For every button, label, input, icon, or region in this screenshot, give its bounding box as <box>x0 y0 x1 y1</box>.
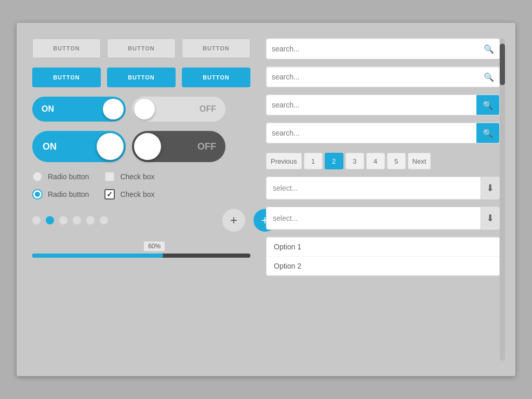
radio-label-1: Radio button <box>48 172 89 181</box>
page-next[interactable]: Next <box>408 153 431 169</box>
dot-5[interactable] <box>86 216 95 224</box>
checkbox-col: Check box Check box <box>104 171 154 200</box>
page-1[interactable]: 1 <box>304 153 323 169</box>
toggle-on-label: ON <box>42 104 54 114</box>
radio-item-1[interactable]: Radio button <box>32 171 89 182</box>
checkbox-item-2[interactable]: Check box <box>104 189 154 200</box>
toggle-small-on[interactable]: ON <box>32 97 126 122</box>
scrollbar-thumb[interactable] <box>500 44 505 85</box>
outline-button-1[interactable]: BUTTON <box>32 38 101 58</box>
radio-item-2[interactable]: Radio button <box>32 189 89 200</box>
search-icon-1: 🔍 <box>484 44 494 54</box>
outline-button-3[interactable]: BUTTON <box>182 38 250 58</box>
search-button-4[interactable]: 🔍 <box>476 123 499 143</box>
search-input-3[interactable] <box>267 101 476 109</box>
select-arrow-2: ⬇ <box>481 207 499 230</box>
search-input-2[interactable] <box>272 73 484 81</box>
search-button-3[interactable]: 🔍 <box>476 95 499 115</box>
select-box-2[interactable]: select... ⬇ <box>266 207 500 230</box>
dots-plus-row: + + <box>32 209 250 232</box>
toggle-knob-off <box>134 99 155 119</box>
dropdown-options: Option 1 Option 2 <box>266 237 500 276</box>
select-placeholder-2: select... <box>273 214 481 222</box>
dots-row <box>32 216 108 224</box>
slider-container: 60% <box>32 241 250 258</box>
toggle-knob <box>103 99 124 119</box>
search-input-4[interactable] <box>267 129 476 137</box>
scrollbar[interactable] <box>500 38 505 361</box>
radio-label-2: Radio button <box>48 190 89 198</box>
search-input-1[interactable] <box>272 45 484 53</box>
page-previous[interactable]: Previous <box>266 153 302 169</box>
toggle-large-knob-off <box>134 133 161 160</box>
options-row: Radio button Radio button Check box Chec… <box>32 171 250 200</box>
radio-circle-1[interactable] <box>32 171 43 182</box>
toggle-large-off-label: OFF <box>197 141 216 152</box>
select-box-1[interactable]: select... ⬇ <box>266 177 500 200</box>
search-box-4: 🔍 <box>266 123 500 143</box>
dot-1[interactable] <box>32 216 41 224</box>
blue-button-3[interactable]: BUTTON <box>182 68 250 87</box>
checkbox-label-1: Check box <box>120 172 154 181</box>
toggle-large-on-label: ON <box>43 141 57 152</box>
blue-button-1[interactable]: BUTTON <box>32 68 101 87</box>
page-4[interactable]: 4 <box>366 153 385 169</box>
page-5[interactable]: 5 <box>387 153 406 169</box>
outline-button-2[interactable]: BUTTON <box>107 38 176 58</box>
dot-2[interactable] <box>46 216 54 224</box>
small-toggles-row: ON OFF <box>32 97 250 122</box>
page-2[interactable]: 2 <box>325 153 343 169</box>
checkbox-2[interactable] <box>104 189 115 200</box>
dot-4[interactable] <box>73 216 81 224</box>
pagination: Previous 1 2 3 4 5 Next <box>266 153 500 169</box>
toggle-off-label: OFF <box>200 104 216 114</box>
slider-track[interactable] <box>32 254 250 258</box>
toggle-large-off[interactable]: OFF <box>132 131 225 162</box>
radio-col: Radio button Radio button <box>32 171 89 200</box>
blue-button-2[interactable]: BUTTON <box>107 68 176 87</box>
toggle-large-on[interactable]: ON <box>32 131 126 162</box>
search-box-3: 🔍 <box>266 95 500 115</box>
radio-circle-2[interactable] <box>32 189 43 200</box>
checkbox-item-1[interactable]: Check box <box>104 171 154 182</box>
search-icon-2: 🔍 <box>484 72 494 82</box>
page-3[interactable]: 3 <box>345 153 364 169</box>
dot-6[interactable] <box>100 216 108 224</box>
large-toggles-row: ON OFF <box>32 131 250 162</box>
dropdown-option-1[interactable]: Option 1 <box>267 237 499 257</box>
dropdown-option-2[interactable]: Option 2 <box>267 257 499 275</box>
toggle-large-knob <box>97 133 124 160</box>
toggle-small-off[interactable]: OFF <box>132 97 225 122</box>
select-placeholder-1: select... <box>273 184 481 192</box>
blue-buttons-row: BUTTON BUTTON BUTTON <box>32 68 250 87</box>
search-box-2[interactable]: 🔍 <box>266 66 500 87</box>
slider-tooltip: 60% <box>143 241 165 251</box>
outline-buttons-row: BUTTON BUTTON BUTTON <box>32 38 250 58</box>
slider-fill <box>32 254 163 258</box>
checkbox-1[interactable] <box>104 171 115 182</box>
checkbox-label-2: Check box <box>120 190 154 198</box>
dot-3[interactable] <box>59 216 68 224</box>
search-box-1[interactable]: 🔍 <box>266 38 500 59</box>
select-arrow-1: ⬇ <box>481 177 499 200</box>
plus-button-gray[interactable]: + <box>222 209 245 232</box>
